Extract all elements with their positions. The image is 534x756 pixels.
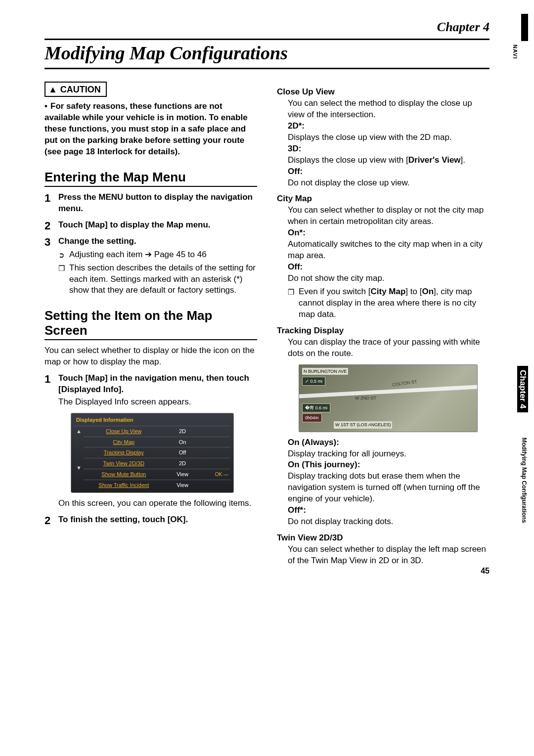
- closeup-3d-body: Displays the close up view with [Driver'…: [288, 155, 490, 166]
- setting-intro: You can select whether to display or hid…: [44, 345, 257, 368]
- tracking-on-journey-label: On (This journey):: [288, 459, 490, 471]
- table-row: ▲▼ Close Up View 2D: [74, 426, 230, 437]
- map-street-label: COLTON ST: [390, 378, 419, 389]
- side-label-navi: NAVI: [512, 44, 518, 59]
- side-label-subtitle: Modifying Map Configurations: [521, 438, 528, 523]
- table-row: Tracking Display Off: [74, 447, 230, 458]
- step1-body: The Displayed Info screen appears.: [58, 397, 257, 408]
- twinview-heading: Twin View 2D/3D: [277, 533, 490, 544]
- ok-cell: [201, 426, 230, 437]
- row-label: Tracking Display: [84, 447, 164, 458]
- row-value: Off: [164, 447, 201, 458]
- citymap-intro: You can select whether to display or not…: [288, 205, 490, 227]
- scroll-arrows-icon: ▲▼: [74, 426, 84, 490]
- closeup-intro: You can select the method to display the…: [288, 98, 490, 121]
- tracking-on-journey-body: Display tracking dots but erase them whe…: [288, 471, 490, 505]
- row-value: 2D: [164, 458, 201, 469]
- caution-body: For safety reasons, these functions are …: [44, 101, 248, 156]
- heading-setting-item: Setting the Item on the Map Screen: [44, 309, 257, 340]
- citymap-on-label: On*:: [288, 227, 490, 239]
- tracking-intro: You can display the trace of your passin…: [288, 337, 490, 359]
- table-row: City Map On: [74, 437, 230, 447]
- caution-label: CAUTION: [60, 84, 101, 95]
- row-label: Close Up View: [84, 426, 164, 437]
- map-street-label: N BURLINGTON AVE: [302, 368, 348, 375]
- left-column: ▲ CAUTION •For safety reasons, these fun…: [44, 82, 257, 571]
- right-column: Close Up View You can select the method …: [277, 82, 490, 571]
- tracking-on-always-body: Display tracking for all journeys.: [288, 448, 490, 460]
- closeup-heading: Close Up View: [277, 87, 490, 98]
- map-distance-badge: �靑 0.6 mi: [302, 403, 330, 412]
- screenshot-title: Displayed Information: [74, 416, 230, 424]
- displayed-info-screenshot: Displayed Information ▲▼ Close Up View 2…: [71, 413, 234, 493]
- step-title: Touch [Map] to display the Map menu.: [58, 220, 211, 229]
- tracking-body: You can display the trace of your passin…: [277, 337, 490, 528]
- caution-box: ▲ CAUTION: [44, 82, 107, 97]
- closeup-2d-label: 2D*:: [288, 121, 490, 132]
- step-title: Press the MENU button to display the nav…: [58, 192, 253, 213]
- entering-step-1: Press the MENU button to display the nav…: [44, 192, 257, 215]
- map-scale-badge: ⤢ 0.5 mi: [302, 377, 325, 386]
- step-title: Touch [Map] in the navigation menu, then…: [58, 373, 249, 394]
- table-row: Show Mute Button View OK —: [74, 469, 230, 480]
- citymap-off-label: Off:: [288, 262, 490, 273]
- closeup-2d-body: Displays the close up view with the 2D m…: [288, 132, 490, 143]
- after-shot-text: On this screen, you can operate the foll…: [58, 498, 257, 509]
- setting-step-1: Touch [Map] in the navigation menu, then…: [44, 373, 257, 509]
- page-number: 45: [481, 567, 490, 576]
- chapter-header: Chapter 4: [44, 20, 490, 35]
- title-bar: Modifying Map Configurations: [44, 39, 490, 69]
- step3-sub-box: This section describes the details of th…: [58, 263, 257, 297]
- table-row: Show Traffic Incident View: [74, 480, 230, 490]
- tracking-off-body: Do not display tracking dots.: [288, 516, 490, 528]
- entering-steps: Press the MENU button to display the nav…: [44, 192, 257, 297]
- map-illustration: N BURLINGTON AVE ⤢ 0.5 mi W 2ND ST COLTO…: [299, 364, 478, 432]
- entering-step-2: Touch [Map] to display the Map menu.: [44, 220, 257, 231]
- closeup-off-label: Off:: [288, 166, 490, 178]
- setting-steps: Touch [Map] in the navigation menu, then…: [44, 373, 257, 526]
- screenshot-table: ▲▼ Close Up View 2D City Map On: [74, 426, 230, 490]
- setting-step-2: To finish the setting, touch [OK].: [44, 514, 257, 526]
- page-title: Modifying Map Configurations: [44, 42, 490, 64]
- entering-step-3: Change the setting. Adjusting each item …: [44, 236, 257, 297]
- step3-sub-arrow: Adjusting each item ➔ Page 45 to 46: [58, 249, 257, 261]
- heading-entering-map-menu: Entering the Map Menu: [44, 170, 257, 187]
- map-time-badge: 0h04m: [302, 413, 322, 422]
- row-value: View: [164, 480, 201, 490]
- twinview-body: You can select whether to display the le…: [277, 544, 490, 567]
- tracking-off-label: Off*:: [288, 505, 490, 516]
- side-black-tab-top: [521, 14, 528, 41]
- step-title: Change the setting.: [58, 236, 136, 246]
- citymap-on-body: Automatically switches to the city map w…: [288, 239, 490, 262]
- row-value: 2D: [164, 426, 201, 437]
- row-value: View: [164, 469, 201, 480]
- citymap-heading: City Map: [277, 193, 490, 205]
- citymap-off-body: Do not show the city map.: [288, 273, 490, 284]
- citymap-body: You can select whether to display or not…: [277, 205, 490, 320]
- map-street-label: W 2ND ST: [354, 395, 378, 401]
- row-value: On: [164, 437, 201, 447]
- step-title: To finish the setting, touch [OK].: [58, 515, 188, 524]
- warning-icon: ▲: [48, 84, 57, 95]
- side-black-tab-chapter: Chapter 4: [517, 366, 528, 412]
- row-label: Show Mute Button: [84, 469, 164, 480]
- row-label: Twin View 2D/3D: [84, 458, 164, 469]
- closeup-off-body: Do not display the close up view.: [288, 178, 490, 189]
- ok-label: OK —: [201, 469, 230, 480]
- closeup-body: You can select the method to display the…: [277, 98, 490, 189]
- caution-text: •For safety reasons, these functions are…: [44, 101, 257, 158]
- twinview-intro: You can select whether to display the le…: [288, 544, 490, 567]
- table-row: Twin View 2D/3D 2D: [74, 458, 230, 469]
- closeup-3d-label: 3D:: [288, 143, 490, 155]
- row-label: City Map: [84, 437, 164, 447]
- tracking-heading: Tracking Display: [277, 325, 490, 337]
- citymap-note: Even if you switch [City Map] to [On], c…: [288, 286, 490, 320]
- map-street-label: W 1ST ST (LOS ANGELES): [334, 421, 392, 428]
- row-label: Show Traffic Incident: [84, 480, 164, 490]
- tracking-on-always-label: On (Always):: [288, 437, 490, 448]
